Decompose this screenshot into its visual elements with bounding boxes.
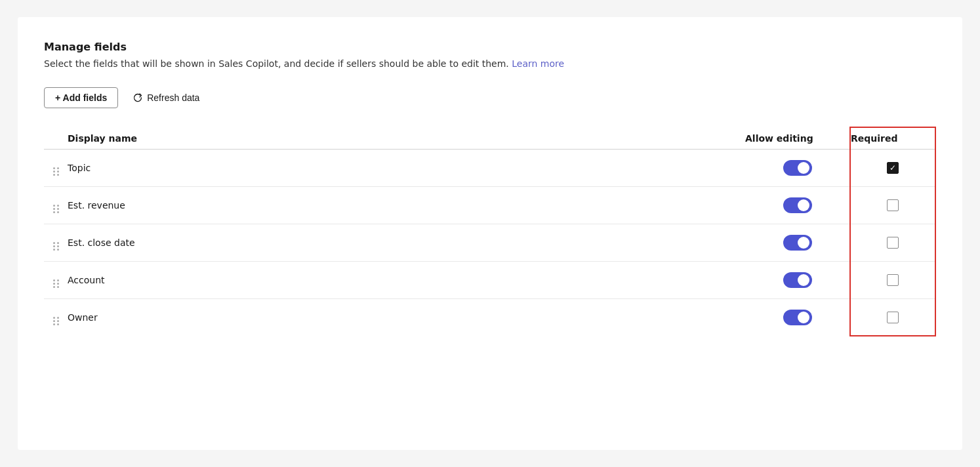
- allow-editing-toggle-cell: [745, 299, 850, 336]
- drag-handle[interactable]: [44, 224, 68, 262]
- required-checkbox[interactable]: [851, 199, 935, 211]
- page-title: Manage fields: [44, 41, 936, 53]
- allow-editing-toggle-cell: [745, 224, 850, 262]
- field-name: Est. revenue: [68, 187, 745, 224]
- required-checkbox-unchecked[interactable]: [887, 274, 899, 286]
- learn-more-link[interactable]: Learn more: [512, 58, 564, 69]
- allow-editing-toggle[interactable]: [783, 235, 812, 251]
- th-drag: [44, 127, 68, 150]
- required-checkbox-unchecked[interactable]: [887, 199, 899, 211]
- table-header-row: Display name Allow editing Required: [44, 127, 935, 150]
- required-checkbox-cell: [850, 224, 935, 262]
- required-checkbox-cell: [850, 299, 935, 336]
- field-name: Est. close date: [68, 224, 745, 262]
- description-text: Select the fields that will be shown in …: [44, 58, 936, 69]
- field-name: Account: [68, 262, 745, 299]
- required-checkbox[interactable]: [851, 274, 935, 286]
- required-checkbox-unchecked[interactable]: [887, 312, 899, 323]
- drag-dots-icon: [53, 317, 59, 325]
- drag-dots-icon: [53, 167, 59, 176]
- allow-editing-toggle[interactable]: [783, 310, 812, 325]
- th-required: Required: [850, 127, 935, 150]
- manage-fields-panel: Manage fields Select the fields that wil…: [18, 17, 962, 450]
- table-row: Account: [44, 262, 935, 299]
- th-allow-editing: Allow editing: [745, 127, 850, 150]
- drag-dots-icon: [53, 279, 59, 288]
- refresh-icon: [133, 92, 143, 103]
- drag-handle[interactable]: [44, 150, 68, 187]
- required-checkbox[interactable]: [851, 312, 935, 323]
- drag-dots-icon: [53, 242, 59, 251]
- table-row: Owner: [44, 299, 935, 336]
- required-checkbox-cell: [850, 187, 935, 224]
- allow-editing-toggle-cell: [745, 262, 850, 299]
- required-checkbox-cell: [850, 150, 935, 187]
- table-row: Est. revenue: [44, 187, 935, 224]
- fields-table: Display name Allow editing Required Topi…: [44, 127, 936, 336]
- allow-editing-toggle[interactable]: [783, 160, 812, 176]
- allow-editing-toggle-cell: [745, 187, 850, 224]
- drag-handle[interactable]: [44, 299, 68, 336]
- drag-handle[interactable]: [44, 187, 68, 224]
- allow-editing-toggle[interactable]: [783, 272, 812, 288]
- field-name: Topic: [68, 150, 745, 187]
- header: Manage fields Select the fields that wil…: [44, 41, 936, 69]
- refresh-data-button[interactable]: Refresh data: [126, 88, 206, 108]
- allow-editing-toggle-cell: [745, 150, 850, 187]
- required-checkbox-unchecked[interactable]: [887, 237, 899, 249]
- required-checkbox-cell: [850, 262, 935, 299]
- drag-dots-icon: [53, 205, 59, 213]
- table-row: Est. close date: [44, 224, 935, 262]
- th-display-name: Display name: [68, 127, 745, 150]
- toolbar: + Add fields Refresh data: [44, 87, 936, 108]
- field-name: Owner: [68, 299, 745, 336]
- required-checkbox-checked[interactable]: [887, 162, 899, 174]
- drag-handle[interactable]: [44, 262, 68, 299]
- add-fields-button[interactable]: + Add fields: [44, 87, 118, 108]
- allow-editing-toggle[interactable]: [783, 197, 812, 213]
- required-checkbox[interactable]: [851, 162, 935, 174]
- required-checkbox[interactable]: [851, 237, 935, 249]
- table-row: Topic: [44, 150, 935, 187]
